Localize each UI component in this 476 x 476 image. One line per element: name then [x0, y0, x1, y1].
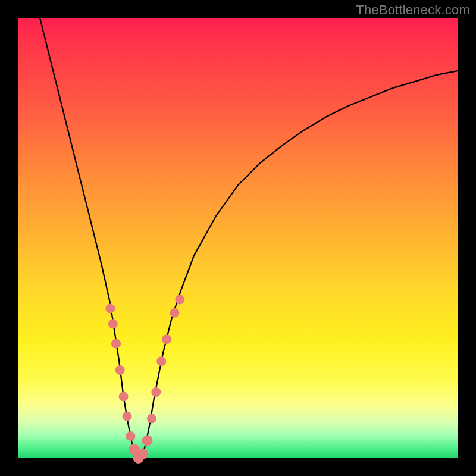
marker-layer — [105, 295, 184, 464]
marker-dot — [105, 303, 115, 313]
watermark-text: TheBottleneck.com — [356, 2, 470, 18]
marker-dot — [147, 414, 156, 423]
marker-dot — [156, 356, 166, 366]
marker-dot — [108, 319, 118, 328]
outer-frame: TheBottleneck.com — [0, 0, 476, 476]
marker-dot — [126, 431, 135, 441]
marker-dot — [170, 308, 179, 318]
marker-dot — [142, 435, 153, 446]
marker-dot — [137, 449, 148, 459]
curve-layer — [40, 18, 458, 458]
marker-dot — [175, 295, 184, 305]
marker-dot — [123, 412, 132, 421]
bottleneck-curve-path — [40, 18, 458, 458]
chart-svg — [18, 18, 458, 458]
marker-dot — [119, 392, 129, 401]
marker-dot — [151, 387, 161, 397]
marker-dot — [162, 334, 171, 344]
plot-area — [18, 18, 458, 458]
marker-dot — [115, 365, 125, 375]
marker-dot — [111, 339, 121, 349]
